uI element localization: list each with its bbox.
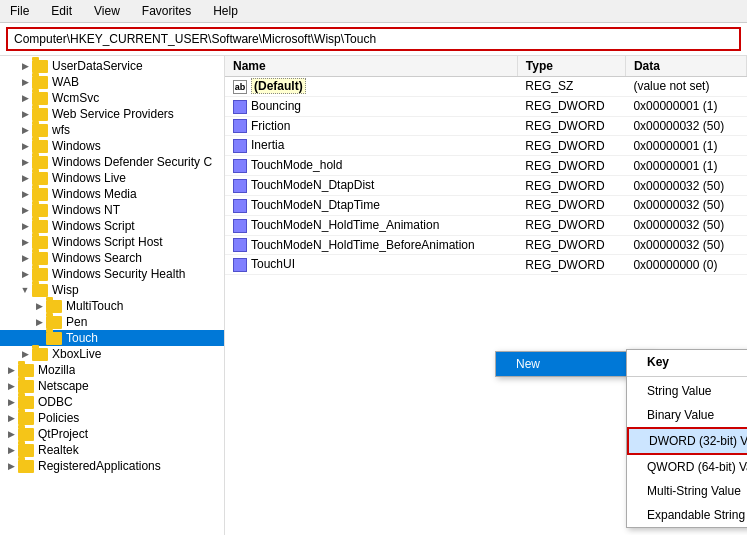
menu-file[interactable]: File xyxy=(4,2,35,20)
tree-label: ODBC xyxy=(38,395,73,409)
tree-arrow: ▶ xyxy=(18,61,32,71)
table-row[interactable]: TouchModeN_DtapTimeREG_DWORD0x00000032 (… xyxy=(225,195,747,215)
tree-item[interactable]: ▶Windows NT xyxy=(0,202,224,218)
menu-view[interactable]: View xyxy=(88,2,126,20)
table-row[interactable]: TouchModeN_HoldTime_AnimationREG_DWORD0x… xyxy=(225,215,747,235)
tree-item[interactable]: ▶WAB xyxy=(0,74,224,90)
folder-icon xyxy=(18,364,34,377)
col-type: Type xyxy=(517,56,625,77)
tree-item[interactable]: ▶Pen xyxy=(0,314,224,330)
reg-type: REG_DWORD xyxy=(517,176,625,196)
tree-item[interactable]: ▶UserDataService xyxy=(0,58,224,74)
tree-label: QtProject xyxy=(38,427,88,441)
submenu-dword-value[interactable]: DWORD (32-bit) Value xyxy=(627,427,747,455)
tree-label: Web Service Providers xyxy=(52,107,174,121)
tree-arrow: ▶ xyxy=(18,93,32,103)
tree-arrow: ▼ xyxy=(18,285,32,295)
tree-item[interactable]: ▶Windows Search xyxy=(0,250,224,266)
menu-divider xyxy=(627,376,747,377)
registry-panel: Name Type Data ab(Default)REG_SZ(value n… xyxy=(225,56,747,535)
submenu-multistring-value[interactable]: Multi-String Value xyxy=(627,479,747,503)
folder-icon xyxy=(32,172,48,185)
table-row[interactable]: TouchUIREG_DWORD0x00000000 (0) xyxy=(225,255,747,275)
folder-icon xyxy=(32,268,48,281)
tree-item[interactable]: ▶Windows xyxy=(0,138,224,154)
submenu-expandable-value[interactable]: Expandable String Value xyxy=(627,503,747,527)
main-content: ▶UserDataService▶WAB▶WcmSvc▶Web Service … xyxy=(0,55,747,535)
dword-icon xyxy=(233,199,247,213)
tree-item[interactable]: Touch xyxy=(0,330,224,346)
menu-help[interactable]: Help xyxy=(207,2,244,20)
folder-icon xyxy=(32,236,48,249)
tree-item[interactable]: ▶Mozilla xyxy=(0,362,224,378)
tree-item[interactable]: ▶Web Service Providers xyxy=(0,106,224,122)
reg-name-text: (Default) xyxy=(251,78,306,94)
tree-item[interactable]: ▶Netscape xyxy=(0,378,224,394)
reg-type: REG_DWORD xyxy=(517,96,625,116)
submenu-binary-value[interactable]: Binary Value xyxy=(627,403,747,427)
tree-item[interactable]: ▶wfs xyxy=(0,122,224,138)
tree-arrow: ▶ xyxy=(18,253,32,263)
reg-name-text: TouchModeN_HoldTime_BeforeAnimation xyxy=(251,238,475,252)
submenu-key[interactable]: Key xyxy=(627,350,747,374)
tree-item[interactable]: ▶Windows Defender Security C xyxy=(0,154,224,170)
reg-type: REG_DWORD xyxy=(517,255,625,275)
reg-name-text: Bouncing xyxy=(251,99,301,113)
table-row[interactable]: TouchModeN_HoldTime_BeforeAnimationREG_D… xyxy=(225,235,747,255)
tree-item[interactable]: ▶XboxLive xyxy=(0,346,224,362)
reg-type: REG_DWORD xyxy=(517,156,625,176)
tree-label: Windows Defender Security C xyxy=(52,155,212,169)
tree-item[interactable]: ▶Windows Live xyxy=(0,170,224,186)
tree-arrow: ▶ xyxy=(4,381,18,391)
tree-panel: ▶UserDataService▶WAB▶WcmSvc▶Web Service … xyxy=(0,56,225,535)
tree-item[interactable]: ▶ODBC xyxy=(0,394,224,410)
reg-name-text: TouchModeN_DtapTime xyxy=(251,198,380,212)
tree-item[interactable]: ▶Windows Script xyxy=(0,218,224,234)
table-row[interactable]: TouchMode_holdREG_DWORD0x00000001 (1) xyxy=(225,156,747,176)
submenu-string-value[interactable]: String Value xyxy=(627,379,747,403)
tree-item[interactable]: ▶Realtek xyxy=(0,442,224,458)
tree-label: UserDataService xyxy=(52,59,143,73)
folder-icon xyxy=(32,124,48,137)
tree-item[interactable]: ▶Policies xyxy=(0,410,224,426)
reg-type: REG_DWORD xyxy=(517,136,625,156)
tree-arrow: ▶ xyxy=(32,301,46,311)
tree-item[interactable]: ▶MultiTouch xyxy=(0,298,224,314)
submenu-qword-value[interactable]: QWORD (64-bit) Value xyxy=(627,455,747,479)
table-row[interactable]: ab(Default)REG_SZ(value not set) xyxy=(225,77,747,97)
tree-item[interactable]: ▼Wisp xyxy=(0,282,224,298)
tree-item[interactable]: ▶Windows Security Health xyxy=(0,266,224,282)
dword-icon xyxy=(233,179,247,193)
table-row[interactable]: InertiaREG_DWORD0x00000001 (1) xyxy=(225,136,747,156)
tree-arrow: ▶ xyxy=(4,445,18,455)
tree-arrow: ▶ xyxy=(18,77,32,87)
reg-name-text: Inertia xyxy=(251,138,284,152)
menu-favorites[interactable]: Favorites xyxy=(136,2,197,20)
folder-icon xyxy=(32,204,48,217)
reg-name: TouchModeN_HoldTime_Animation xyxy=(225,215,517,235)
col-name: Name xyxy=(225,56,517,77)
folder-icon xyxy=(32,348,48,361)
address-bar[interactable]: Computer\HKEY_CURRENT_USER\Software\Micr… xyxy=(6,27,741,51)
reg-type: REG_SZ xyxy=(517,77,625,97)
tree-arrow: ▶ xyxy=(4,397,18,407)
table-row[interactable]: FrictionREG_DWORD0x00000032 (50) xyxy=(225,116,747,136)
menu-edit[interactable]: Edit xyxy=(45,2,78,20)
table-row[interactable]: TouchModeN_DtapDistREG_DWORD0x00000032 (… xyxy=(225,176,747,196)
registry-editor-window: File Edit View Favorites Help Computer\H… xyxy=(0,0,747,535)
table-row[interactable]: BouncingREG_DWORD0x00000001 (1) xyxy=(225,96,747,116)
tree-item[interactable]: ▶Windows Script Host xyxy=(0,234,224,250)
reg-type: REG_DWORD xyxy=(517,235,625,255)
tree-item[interactable]: ▶WcmSvc xyxy=(0,90,224,106)
reg-data: (value not set) xyxy=(625,77,746,97)
tree-arrow: ▶ xyxy=(4,365,18,375)
tree-label: Windows Security Health xyxy=(52,267,185,281)
tree-label: Pen xyxy=(66,315,87,329)
dword-icon xyxy=(233,159,247,173)
tree-item[interactable]: ▶QtProject xyxy=(0,426,224,442)
tree-item[interactable]: ▶RegisteredApplications xyxy=(0,458,224,474)
menu-bar: File Edit View Favorites Help xyxy=(0,0,747,23)
reg-name: TouchModeN_HoldTime_BeforeAnimation xyxy=(225,235,517,255)
tree-item[interactable]: ▶Windows Media xyxy=(0,186,224,202)
default-icon: ab xyxy=(233,80,247,94)
